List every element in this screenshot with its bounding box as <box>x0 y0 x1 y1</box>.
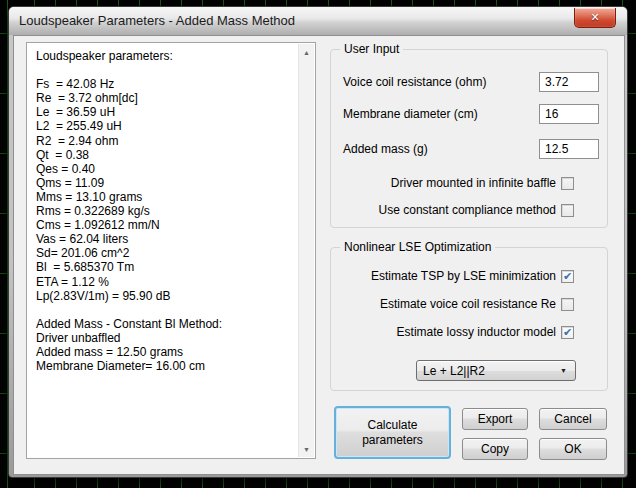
estimate-re-row: Estimate voice coil resistance Re <box>380 297 574 311</box>
export-button[interactable]: Export <box>462 408 528 430</box>
calculate-parameters-button[interactable]: Calculate parameters <box>334 406 451 459</box>
loudspeaker-parameters-dialog: Loudspeaker Parameters - Added Mass Meth… <box>8 6 628 478</box>
infinite-baffle-checkbox[interactable] <box>561 177 574 190</box>
voice-coil-resistance-label: Voice coil resistance (ohm) <box>343 75 486 89</box>
copy-button[interactable]: Copy <box>462 438 528 460</box>
scrollbar[interactable]: ▲ ▼ <box>298 44 314 457</box>
cancel-button[interactable]: Cancel <box>539 408 607 430</box>
group-user-input: User Input Voice coil resistance (ohm) M… <box>330 49 608 228</box>
group-lse-optimization: Nonlinear LSE Optimization Estimate TSP … <box>330 247 608 391</box>
estimate-re-checkbox[interactable] <box>561 298 574 311</box>
group-lse-title: Nonlinear LSE Optimization <box>340 240 495 254</box>
title-bar[interactable]: Loudspeaker Parameters - Added Mass Meth… <box>9 7 627 35</box>
estimate-tsp-row: Estimate TSP by LSE minimization ✔ <box>371 269 574 283</box>
inductor-model-select[interactable]: Le + L2||R2 ▼ <box>416 360 576 381</box>
voice-coil-resistance-input[interactable] <box>539 72 599 92</box>
infinite-baffle-row: Driver mounted in infinite baffle <box>391 176 574 190</box>
estimate-tsp-label: Estimate TSP by LSE minimization <box>371 269 556 283</box>
estimate-inductor-label: Estimate lossy inductor model <box>397 325 556 339</box>
constant-compliance-checkbox[interactable] <box>561 204 574 217</box>
scroll-down-button[interactable]: ▼ <box>299 441 314 457</box>
parameters-output-panel[interactable]: Loudspeaker parameters: Fs = 42.08 HzRe … <box>26 42 316 459</box>
membrane-diameter-label: Membrane diameter (cm) <box>343 107 478 121</box>
membrane-diameter-input[interactable] <box>539 104 599 124</box>
estimate-inductor-row: Estimate lossy inductor model ✔ <box>397 325 574 339</box>
scroll-up-icon: ▲ <box>303 49 310 56</box>
infinite-baffle-label: Driver mounted in infinite baffle <box>391 176 556 190</box>
added-mass-input[interactable] <box>539 139 599 159</box>
dialog-client-area: Loudspeaker parameters: Fs = 42.08 HzRe … <box>13 35 625 475</box>
scroll-down-icon: ▼ <box>303 446 310 453</box>
group-user-input-title: User Input <box>340 42 403 56</box>
parameters-text: Loudspeaker parameters: Fs = 42.08 HzRe … <box>27 43 298 458</box>
estimate-re-label: Estimate voice coil resistance Re <box>380 297 556 311</box>
scroll-up-button[interactable]: ▲ <box>299 44 314 60</box>
window-title: Loudspeaker Parameters - Added Mass Meth… <box>19 7 295 35</box>
inductor-model-value: Le + L2||R2 <box>417 364 560 378</box>
constant-compliance-row: Use constant compliance method <box>379 203 574 217</box>
close-button[interactable]: ✕ <box>574 8 616 28</box>
chevron-down-icon: ▼ <box>560 367 575 374</box>
estimate-tsp-checkbox[interactable]: ✔ <box>561 270 574 283</box>
ok-button[interactable]: OK <box>539 438 607 460</box>
close-icon: ✕ <box>590 11 599 24</box>
added-mass-label: Added mass (g) <box>343 142 428 156</box>
constant-compliance-label: Use constant compliance method <box>379 203 556 217</box>
estimate-inductor-checkbox[interactable]: ✔ <box>561 326 574 339</box>
